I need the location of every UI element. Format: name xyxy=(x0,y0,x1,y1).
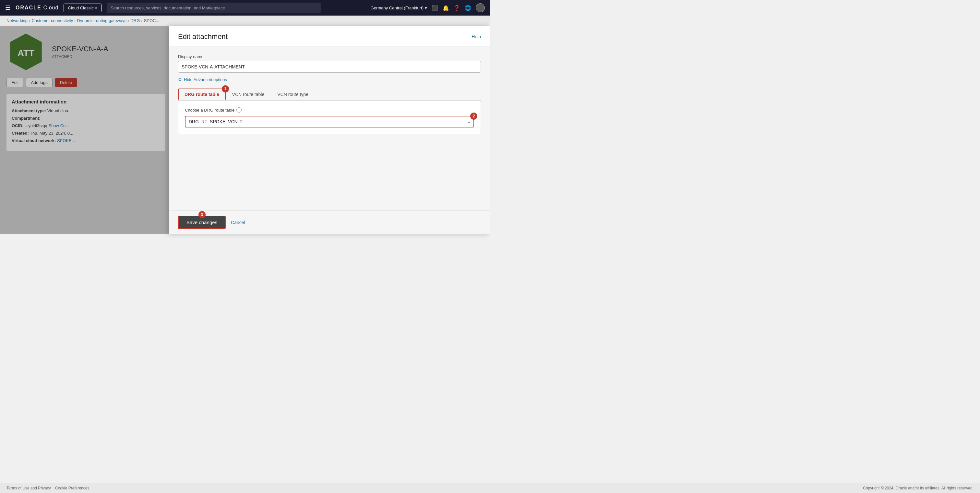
step-badge-3: 3 xyxy=(199,211,205,218)
screen-icon[interactable]: ⬛ xyxy=(432,5,438,11)
topbar: ☰ ORACLE Cloud Cloud Classic > Germany C… xyxy=(0,0,490,16)
region-label: Germany Central (Frankfurt) xyxy=(371,5,423,10)
modal-header: Edit attachment Help xyxy=(169,26,490,46)
breadcrumb: Networking › Customer connectivity › Dyn… xyxy=(0,16,490,26)
breadcrumb-dynamic-routing-gateways[interactable]: Dynamic routing gateways xyxy=(77,18,126,23)
oracle-text: ORACLE xyxy=(16,5,41,11)
cancel-button[interactable]: Cancel xyxy=(231,220,245,225)
drg-route-select-wrapper: 2 DRG_RT_SPOKE_VCN_2 xyxy=(185,116,474,127)
breadcrumb-sep-4: › xyxy=(141,18,142,23)
breadcrumb-customer-connectivity[interactable]: Customer connectivity xyxy=(32,18,73,23)
help-icon[interactable]: ❓ xyxy=(454,5,460,11)
choose-drg-label: Choose a DRG route table i xyxy=(185,107,474,113)
cloud-text: Cloud xyxy=(43,5,59,11)
globe-icon[interactable]: 🌐 xyxy=(465,5,471,11)
notifications-icon[interactable]: 🔔 xyxy=(443,5,449,11)
breadcrumb-drg[interactable]: DRG xyxy=(130,18,140,23)
drg-route-select[interactable]: DRG_RT_SPOKE_VCN_2 xyxy=(185,116,474,127)
modal-footer: 3 Save changes Cancel xyxy=(169,210,490,234)
breadcrumb-sep-1: › xyxy=(29,18,30,23)
advanced-options-link[interactable]: ⚙ Hide Advanced options xyxy=(178,77,481,82)
breadcrumb-spoke: SPOC... xyxy=(144,18,159,23)
modal-help-link[interactable]: Help xyxy=(471,34,481,39)
tabs-header: 1 DRG route table VCN route table VCN ro… xyxy=(178,89,481,101)
oracle-logo: ORACLE Cloud xyxy=(16,5,58,11)
cloud-classic-button[interactable]: Cloud Classic > xyxy=(64,3,102,12)
main-area: ATT SPOKE-VCN-A-A ATTACHED Edit Add tags… xyxy=(0,26,490,234)
step-badge-1: 1 xyxy=(222,85,229,92)
modal-title: Edit attachment xyxy=(178,32,228,41)
chevron-down-icon: ▾ xyxy=(425,5,427,10)
tab-vcn-route-type[interactable]: VCN route type xyxy=(271,89,315,101)
tabs-container: 1 DRG route table VCN route table VCN ro… xyxy=(178,89,481,134)
avatar[interactable] xyxy=(476,3,485,12)
display-name-label: Display name xyxy=(178,54,481,59)
modal-panel: Edit attachment Help Display name ⚙ Hide… xyxy=(169,26,490,234)
modal-body: Display name ⚙ Hide Advanced options 1 D… xyxy=(169,46,490,210)
display-name-input[interactable] xyxy=(178,61,481,73)
step-badge-2: 2 xyxy=(470,113,477,120)
advanced-options-label: Hide Advanced options xyxy=(184,77,227,82)
info-icon[interactable]: i xyxy=(236,107,242,113)
sliders-icon: ⚙ xyxy=(178,77,182,82)
hamburger-icon[interactable]: ☰ xyxy=(5,4,10,11)
tab-drg-wrapper: 1 DRG route table xyxy=(178,89,226,100)
topbar-right: Germany Central (Frankfurt) ▾ ⬛ 🔔 ❓ 🌐 xyxy=(371,3,485,12)
tab-drg-route-table[interactable]: DRG route table xyxy=(178,89,226,100)
breadcrumb-sep-2: › xyxy=(74,18,76,23)
breadcrumb-networking[interactable]: Networking xyxy=(6,18,27,23)
region-selector[interactable]: Germany Central (Frankfurt) ▾ xyxy=(371,5,427,10)
tab-vcn-route-table[interactable]: VCN route table xyxy=(226,89,271,101)
tab-panel-drg: Choose a DRG route table i 2 DRG_RT_SPOK… xyxy=(178,100,481,134)
search-input[interactable] xyxy=(107,3,321,13)
save-button-wrapper: 3 Save changes xyxy=(178,216,226,229)
breadcrumb-sep-3: › xyxy=(128,18,129,23)
